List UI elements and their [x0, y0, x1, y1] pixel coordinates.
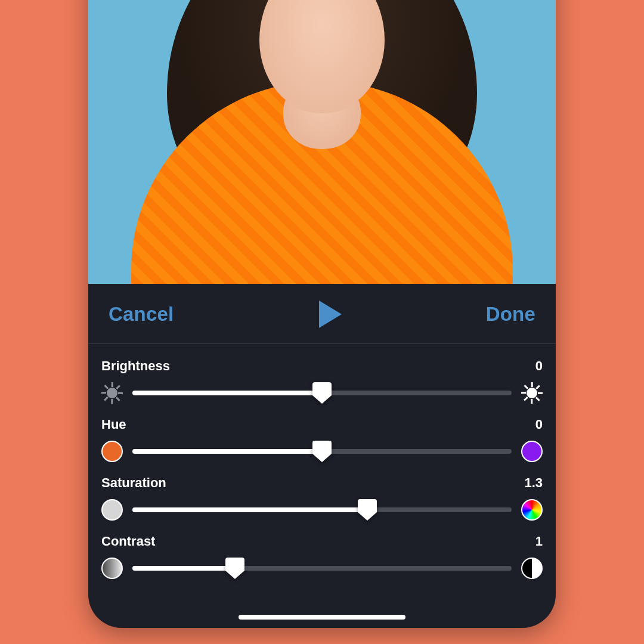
hue-row: Hue 0: [100, 417, 544, 468]
slider-thumb[interactable]: [224, 556, 246, 580]
brightness-label: Brightness: [101, 358, 170, 374]
saturation-value: 1.3: [524, 475, 543, 491]
brightness-row: Brightness 0: [100, 358, 544, 410]
slider-thumb[interactable]: [311, 381, 333, 405]
preview-image: [88, 0, 556, 284]
brightness-slider[interactable]: [132, 391, 512, 395]
contrast-label: Contrast: [101, 534, 155, 549]
adjustment-panel: Brightness 0: [88, 344, 556, 628]
slider-fill: [132, 449, 322, 454]
play-icon: [317, 299, 343, 329]
hue-value: 0: [535, 417, 543, 432]
home-indicator[interactable]: [239, 615, 405, 620]
saturation-row: Saturation 1.3: [100, 475, 544, 527]
slider-fill: [132, 391, 322, 395]
phone-frame: Cancel Done Brightness 0: [88, 0, 556, 628]
slider-thumb[interactable]: [357, 498, 378, 522]
hue-orange-icon: [100, 439, 124, 463]
contrast-row: Contrast 1: [100, 534, 544, 585]
cancel-button[interactable]: Cancel: [109, 303, 174, 326]
slider-fill: [132, 507, 367, 512]
rainbow-icon: [520, 498, 544, 522]
hue-label: Hue: [101, 417, 126, 432]
play-button[interactable]: [315, 299, 345, 329]
half-circle-icon: [520, 556, 544, 580]
sun-bright-icon: [520, 381, 544, 405]
contrast-value: 1: [535, 534, 543, 549]
brightness-value: 0: [535, 358, 543, 374]
slider-fill: [132, 566, 235, 571]
sun-dim-icon: [100, 381, 124, 405]
contrast-slider[interactable]: [132, 566, 512, 571]
svg-marker-0: [319, 301, 342, 328]
hue-purple-icon: [520, 439, 544, 463]
editor-toolbar: Cancel Done: [88, 284, 556, 344]
grey-grad-icon: [100, 556, 124, 580]
saturation-slider[interactable]: [132, 507, 512, 512]
grey-circle-icon: [100, 498, 124, 522]
slider-thumb[interactable]: [311, 439, 333, 463]
done-button[interactable]: Done: [486, 303, 535, 326]
saturation-label: Saturation: [101, 475, 166, 491]
hue-slider[interactable]: [132, 449, 512, 454]
